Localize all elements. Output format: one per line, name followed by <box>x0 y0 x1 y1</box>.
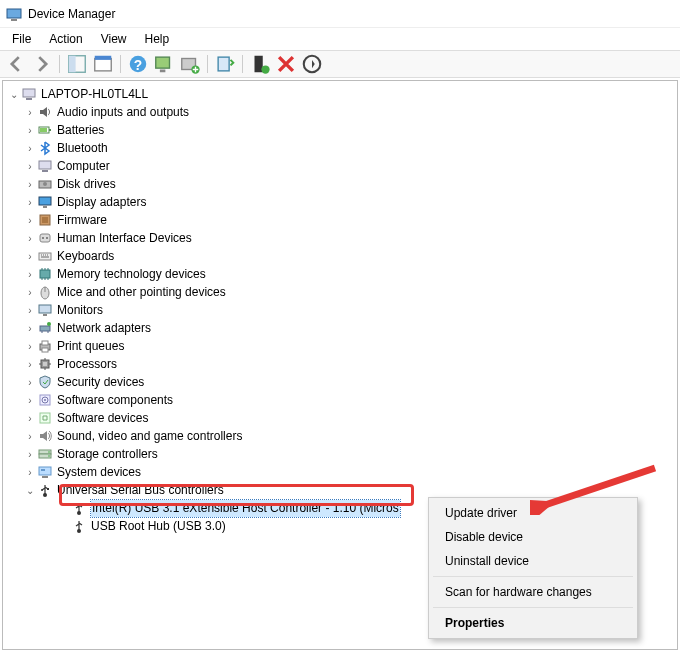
tree-root[interactable]: ⌄ LAPTOP-HL0TL4LL <box>5 85 675 103</box>
cpu-icon <box>37 356 53 372</box>
svg-rect-12 <box>218 57 229 71</box>
expander-icon[interactable]: › <box>23 230 37 247</box>
tree-category[interactable]: ›Software devices <box>5 409 675 427</box>
menu-update-driver[interactable]: Update driver <box>431 501 635 525</box>
expander-icon[interactable]: › <box>23 212 37 229</box>
svg-rect-21 <box>39 161 51 169</box>
expander-icon[interactable]: › <box>23 158 37 175</box>
tree-category-label: Computer <box>57 158 110 175</box>
svg-rect-44 <box>43 362 47 366</box>
tree-category-label: Mice and other pointing devices <box>57 284 226 301</box>
tree-category[interactable]: ›Bluetooth <box>5 139 675 157</box>
svg-rect-58 <box>47 488 49 490</box>
menu-action[interactable]: Action <box>41 30 90 48</box>
expander-icon[interactable]: › <box>23 284 37 301</box>
menu-file[interactable]: File <box>4 30 39 48</box>
show-hide-console-button[interactable] <box>65 53 89 75</box>
toolbar-separator <box>242 55 243 73</box>
sound-icon <box>37 428 53 444</box>
tree-category-label: System devices <box>57 464 141 481</box>
tree-category[interactable]: ›Keyboards <box>5 247 675 265</box>
scan-button[interactable] <box>300 53 324 75</box>
expander-icon[interactable]: › <box>23 122 37 139</box>
tree-category[interactable]: ›Disk drives <box>5 175 675 193</box>
title-bar: Device Manager <box>0 0 680 28</box>
menu-properties[interactable]: Properties <box>431 611 635 635</box>
tree-category[interactable]: ›Memory technology devices <box>5 265 675 283</box>
expander-icon[interactable]: › <box>23 320 37 337</box>
tree-category-label: Disk drives <box>57 176 116 193</box>
tree-category[interactable]: ›Storage controllers <box>5 445 675 463</box>
tree-category[interactable]: ›Print queues <box>5 337 675 355</box>
tree-category[interactable]: ›Monitors <box>5 301 675 319</box>
menu-disable-device[interactable]: Disable device <box>431 525 635 549</box>
svg-point-31 <box>46 237 48 239</box>
tree-category[interactable]: ›Firmware <box>5 211 675 229</box>
firmware-icon <box>37 212 53 228</box>
tree-category[interactable]: ›Computer <box>5 157 675 175</box>
tree-category[interactable]: ›Security devices <box>5 373 675 391</box>
toolbar-separator <box>59 55 60 73</box>
expander-icon[interactable]: › <box>23 410 37 427</box>
device-tree: ⌄ LAPTOP-HL0TL4LL ›Audio inputs and outp… <box>3 81 677 539</box>
menu-uninstall-device[interactable]: Uninstall device <box>431 549 635 573</box>
add-legacy-button[interactable] <box>178 53 202 75</box>
enable-device-button[interactable] <box>248 53 272 75</box>
tree-category[interactable]: ›Sound, video and game controllers <box>5 427 675 445</box>
tree-category[interactable]: ›Software components <box>5 391 675 409</box>
tree-category[interactable]: ›Human Interface Devices <box>5 229 675 247</box>
expander-icon[interactable]: › <box>23 338 37 355</box>
tree-category[interactable]: ›Display adapters <box>5 193 675 211</box>
expander-icon[interactable]: › <box>23 104 37 121</box>
svg-rect-55 <box>42 476 48 478</box>
svg-rect-37 <box>43 314 47 316</box>
expander-icon[interactable]: › <box>23 374 37 391</box>
tree-category-label: Universal Serial Bus controllers <box>57 482 224 499</box>
svg-rect-36 <box>39 305 51 313</box>
expander-icon[interactable]: › <box>23 176 37 193</box>
printer-icon <box>37 338 53 354</box>
scan-hardware-button[interactable] <box>152 53 176 75</box>
tree-category[interactable]: ›Network adapters <box>5 319 675 337</box>
expander-icon[interactable]: › <box>23 464 37 481</box>
forward-button[interactable] <box>30 53 54 75</box>
menu-help[interactable]: Help <box>137 30 178 48</box>
expander-icon[interactable]: ⌄ <box>7 86 21 103</box>
tree-category-label: Security devices <box>57 374 144 391</box>
expander-icon[interactable]: › <box>23 248 37 265</box>
expander-icon[interactable]: › <box>23 194 37 211</box>
menu-view[interactable]: View <box>93 30 135 48</box>
properties-button[interactable] <box>91 53 115 75</box>
menu-scan-changes[interactable]: Scan for hardware changes <box>431 580 635 604</box>
svg-rect-0 <box>7 9 21 18</box>
tree-category-label: Software devices <box>57 410 148 427</box>
tree-category[interactable]: ›System devices <box>5 463 675 481</box>
expander-icon[interactable]: › <box>23 356 37 373</box>
security-icon <box>37 374 53 390</box>
tree-category-label: Monitors <box>57 302 103 319</box>
uninstall-device-button[interactable] <box>274 53 298 75</box>
app-icon <box>6 6 22 22</box>
tree-category[interactable]: ›Processors <box>5 355 675 373</box>
tree-category-label: Print queues <box>57 338 124 355</box>
expander-icon[interactable]: › <box>23 392 37 409</box>
update-driver-button[interactable] <box>213 53 237 75</box>
expander-icon[interactable]: › <box>23 428 37 445</box>
tree-category-label: Firmware <box>57 212 107 229</box>
back-button[interactable] <box>4 53 28 75</box>
usb-icon <box>71 500 87 516</box>
svg-rect-9 <box>160 70 166 73</box>
help-button[interactable]: ? <box>126 53 150 75</box>
expander-icon[interactable]: › <box>23 140 37 157</box>
tree-root-label: LAPTOP-HL0TL4LL <box>41 86 148 103</box>
expander-icon[interactable]: ⌄ <box>23 482 37 499</box>
tree-category[interactable]: ›Batteries <box>5 121 675 139</box>
expander-icon[interactable]: › <box>23 266 37 283</box>
tree-category[interactable]: ›Audio inputs and outputs <box>5 103 675 121</box>
tree-category[interactable]: ›Mice and other pointing devices <box>5 283 675 301</box>
tree-category-label: Processors <box>57 356 117 373</box>
expander-icon[interactable]: › <box>23 446 37 463</box>
expander-icon[interactable]: › <box>23 302 37 319</box>
tree-category-label: Human Interface Devices <box>57 230 192 247</box>
menu-separator <box>433 607 633 608</box>
